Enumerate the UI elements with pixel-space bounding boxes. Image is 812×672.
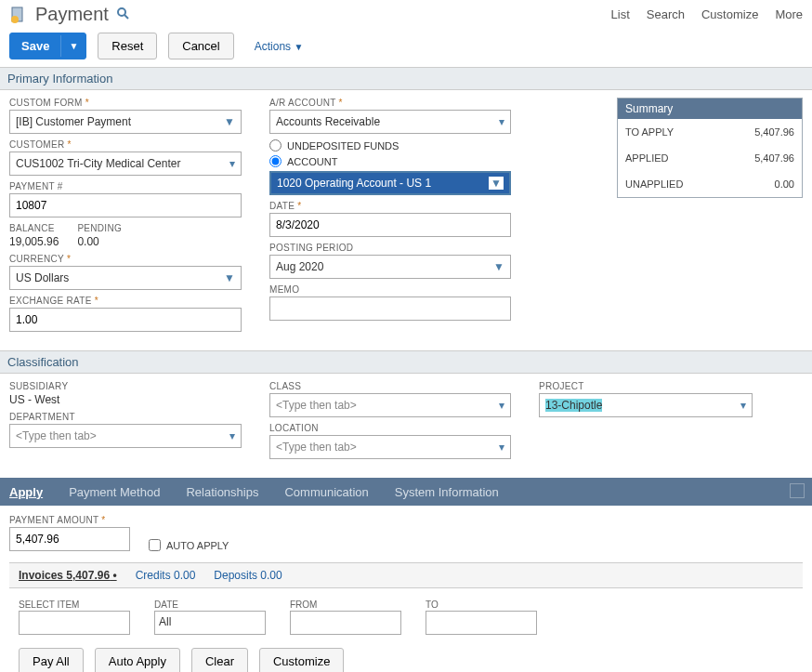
to-apply-value: 5,407.96 xyxy=(754,126,794,138)
auto-apply-checkbox[interactable] xyxy=(149,539,161,551)
header-links: List Search Customize More xyxy=(611,7,803,21)
chevron-down-icon: ▾ xyxy=(229,157,235,170)
payment-no-input[interactable] xyxy=(9,193,242,217)
posting-select[interactable]: Aug 2020▼ xyxy=(269,255,511,279)
svg-point-1 xyxy=(11,16,19,23)
save-dropdown-caret[interactable]: ▼ xyxy=(60,35,85,57)
classification-form: SUBSIDIARYUS - West DEPARTMENT <Type the… xyxy=(0,374,812,478)
pay-all-button[interactable]: Pay All xyxy=(19,648,84,672)
payment-amount-label: PAYMENT AMOUNT xyxy=(9,515,98,525)
pending-value: 0.00 xyxy=(77,235,122,248)
custom-form-label: CUSTOM FORM xyxy=(9,98,83,108)
currency-select[interactable]: US Dollars▼ xyxy=(9,266,242,290)
payment-amount-input[interactable] xyxy=(9,527,130,551)
payment-no-label: PAYMENT # xyxy=(9,181,242,191)
applied-label: APPLIED xyxy=(625,152,668,164)
select-item-input[interactable] xyxy=(19,611,130,635)
link-more[interactable]: More xyxy=(775,7,803,21)
chevron-down-icon: ▾ xyxy=(499,399,504,412)
date-input[interactable] xyxy=(269,213,511,237)
chevron-down-icon: ▼ xyxy=(224,271,235,284)
filter-date-input[interactable]: All xyxy=(154,611,266,635)
summary-box: Summary TO APPLY5,407.96 APPLIED5,407.96… xyxy=(617,98,803,198)
filter-from-input[interactable] xyxy=(290,611,401,635)
to-apply-label: TO APPLY xyxy=(625,126,674,138)
link-list[interactable]: List xyxy=(611,7,630,21)
apply-tab-content: PAYMENT AMOUNT * AUTO APPLY Invoices 5,4… xyxy=(0,506,812,672)
project-label: PROJECT xyxy=(539,381,753,391)
subsidiary-label: SUBSIDIARY xyxy=(9,381,242,391)
toolbar: Save ▼ Reset Cancel Actions ▼ xyxy=(0,29,812,67)
filter-from-label: FROM xyxy=(290,600,317,610)
memo-label: MEMO xyxy=(269,284,511,295)
department-label: DEPARTMENT xyxy=(9,412,242,422)
customer-label: CUSTOMER xyxy=(9,139,64,150)
chevron-down-icon: ▾ xyxy=(740,399,746,412)
subtab-credits[interactable]: Credits 0.00 xyxy=(136,569,196,582)
class-select[interactable]: <Type then tab>▾ xyxy=(269,393,511,417)
customize-button[interactable]: Customize xyxy=(259,648,344,672)
account-radio[interactable] xyxy=(269,155,282,167)
exchange-rate-input[interactable] xyxy=(9,308,242,332)
grid-buttons: Pay All Auto Apply Clear Customize xyxy=(9,644,803,672)
tab-payment-method[interactable]: Payment Method xyxy=(69,485,160,499)
auto-apply-label: AUTO APPLY xyxy=(166,540,229,551)
save-button[interactable]: Save ▼ xyxy=(9,33,86,59)
link-customize[interactable]: Customize xyxy=(701,7,758,21)
tab-relationships[interactable]: Relationships xyxy=(186,485,258,499)
account-label: ACCOUNT xyxy=(287,156,337,167)
unapplied-label: UNAPPLIED xyxy=(625,178,683,190)
actions-menu[interactable]: Actions ▼ xyxy=(255,40,304,53)
ar-account-label: A/R ACCOUNT xyxy=(269,98,335,108)
currency-label: CURRENCY xyxy=(9,254,64,264)
date-label: DATE xyxy=(269,201,295,211)
subtab-deposits[interactable]: Deposits 0.00 xyxy=(214,569,282,582)
project-select[interactable]: 13-Chipotle▾ xyxy=(539,393,753,417)
location-label: LOCATION xyxy=(269,423,511,433)
customer-select[interactable]: CUS1002 Tri-City Medical Center▾ xyxy=(9,152,242,176)
classification-section-header: Classification xyxy=(0,350,812,374)
chevron-down-icon: ▼ xyxy=(493,260,504,273)
page-header: Payment List Search Customize More xyxy=(0,0,812,29)
pending-label: PENDING xyxy=(77,223,122,233)
svg-line-3 xyxy=(124,15,128,19)
tab-apply[interactable]: Apply xyxy=(9,485,43,499)
balance-value: 19,005.96 xyxy=(9,235,59,248)
undeposited-label: UNDEPOSITED FUNDS xyxy=(287,140,399,152)
department-select[interactable]: <Type then tab>▾ xyxy=(9,424,242,448)
account-select[interactable]: 1020 Operating Account - US 1▼ xyxy=(269,171,511,195)
reset-button[interactable]: Reset xyxy=(98,33,157,59)
custom-form-select[interactable]: [IB] Customer Payment▼ xyxy=(9,110,242,134)
ar-account-select[interactable]: Accounts Receivable▾ xyxy=(269,110,511,134)
memo-input[interactable] xyxy=(269,296,511,321)
tab-system-info[interactable]: System Information xyxy=(395,485,499,499)
cancel-button[interactable]: Cancel xyxy=(168,33,233,59)
chevron-down-icon: ▾ xyxy=(499,115,504,128)
chevron-down-icon: ▾ xyxy=(499,441,504,454)
chevron-down-icon: ▼ xyxy=(489,177,504,190)
payment-icon xyxy=(9,6,28,24)
link-search[interactable]: Search xyxy=(647,7,685,21)
location-select[interactable]: <Type then tab>▾ xyxy=(269,435,511,459)
tab-menu-icon[interactable] xyxy=(790,483,805,498)
subtab-invoices[interactable]: Invoices 5,407.96 • xyxy=(19,569,117,582)
exchange-rate-label: EXCHANGE RATE xyxy=(9,296,92,306)
tab-communication[interactable]: Communication xyxy=(284,485,368,499)
applied-value: 5,407.96 xyxy=(754,152,794,164)
posting-label: POSTING PERIOD xyxy=(269,243,511,253)
main-tabs: Apply Payment Method Relationships Commu… xyxy=(0,478,812,506)
page-title: Payment xyxy=(35,4,109,25)
select-item-label: SELECT ITEM xyxy=(19,600,79,610)
filter-to-input[interactable] xyxy=(426,611,537,635)
undeposited-radio[interactable] xyxy=(269,139,282,152)
search-icon[interactable] xyxy=(116,7,129,22)
filter-to-label: TO xyxy=(426,600,439,610)
filter-date-label: DATE xyxy=(154,600,178,610)
auto-apply-button[interactable]: Auto Apply xyxy=(95,648,180,672)
svg-point-2 xyxy=(118,8,125,16)
class-label: CLASS xyxy=(269,381,511,391)
balance-label: BALANCE xyxy=(9,223,59,233)
clear-button[interactable]: Clear xyxy=(191,648,248,672)
apply-subtabs: Invoices 5,407.96 • Credits 0.00 Deposit… xyxy=(9,562,803,588)
summary-title: Summary xyxy=(618,99,802,119)
